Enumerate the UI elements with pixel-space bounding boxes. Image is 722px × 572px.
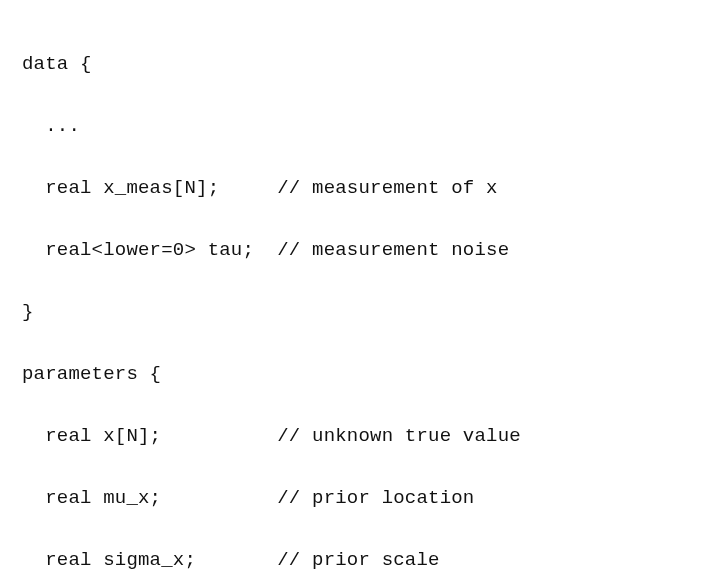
code-listing: data { ... real x_meas[N]; // measuremen… xyxy=(0,0,722,572)
code-line: ... xyxy=(22,111,722,142)
code-line: data { xyxy=(22,49,722,80)
code-line: parameters { xyxy=(22,359,722,390)
code-line: real x[N]; // unknown true value xyxy=(22,421,722,452)
code-line: real mu_x; // prior location xyxy=(22,483,722,514)
code-line: real x_meas[N]; // measurement of x xyxy=(22,173,722,204)
code-line: real sigma_x; // prior scale xyxy=(22,545,722,572)
code-line: real<lower=0> tau; // measurement noise xyxy=(22,235,722,266)
code-line: } xyxy=(22,297,722,328)
